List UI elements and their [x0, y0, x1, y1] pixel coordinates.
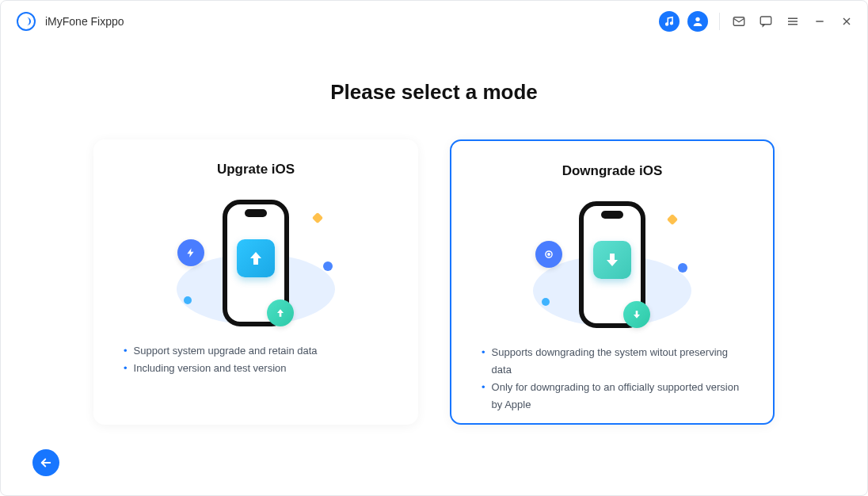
mode-cards: Upgrate iOS Support system upgrade and r… [1, 139, 867, 425]
target-icon [535, 241, 562, 268]
arrow-left-icon [39, 456, 53, 470]
sparkle-icon [312, 212, 323, 223]
bolt-icon [177, 239, 204, 266]
svg-point-0 [666, 23, 668, 25]
dot-icon [323, 261, 333, 271]
dot-icon [678, 263, 687, 273]
arrow-down-circle-icon [623, 301, 650, 328]
back-button[interactable] [32, 449, 59, 476]
bullet-item: Only for downgrading to an officially su… [482, 379, 743, 414]
titlebar: iMyFone Fixppo [1, 1, 867, 42]
svg-point-12 [548, 254, 550, 255]
bullet-item: Support system upgrade and retain data [124, 342, 388, 360]
minimize-icon[interactable] [812, 13, 828, 29]
phone-icon [579, 201, 645, 328]
menu-icon[interactable] [785, 13, 801, 29]
bullet-item: Supports downgrading the system witout p… [482, 344, 743, 379]
mail-icon[interactable] [731, 13, 747, 29]
title-right [659, 11, 855, 32]
dot-icon [542, 298, 550, 306]
downgrade-bullets: Supports downgrading the system witout p… [475, 344, 749, 414]
upgrade-bullets: Support system upgrade and retain data I… [117, 342, 394, 377]
upgrade-illustration [117, 192, 394, 334]
downgrade-illustration [475, 193, 749, 336]
close-icon[interactable] [839, 13, 855, 29]
app-title: iMyFone Fixppo [45, 15, 124, 28]
feedback-icon[interactable] [758, 13, 774, 29]
page-heading: Please select a mode [1, 80, 867, 105]
header-divider [719, 13, 720, 30]
arrow-up-tile-icon [237, 239, 275, 277]
app-logo-icon [17, 12, 36, 31]
sparkle-icon [667, 214, 678, 225]
music-icon[interactable] [659, 11, 680, 32]
user-icon[interactable] [687, 11, 708, 32]
downgrade-card[interactable]: Downgrade iOS Supports downgrading the s… [450, 139, 775, 425]
upgrade-card[interactable]: Upgrate iOS Support system upgrade and r… [93, 139, 418, 425]
dot-icon [184, 296, 192, 304]
arrow-up-circle-icon [267, 300, 294, 326]
svg-point-2 [695, 17, 699, 21]
arrow-down-tile-icon [593, 241, 631, 279]
phone-icon [223, 200, 289, 326]
upgrade-card-title: Upgrate iOS [117, 162, 394, 177]
downgrade-card-title: Downgrade iOS [475, 163, 749, 179]
svg-point-1 [670, 22, 672, 25]
header-icons [659, 11, 708, 32]
bullet-item: Including version and test version [124, 360, 388, 377]
title-left: iMyFone Fixppo [17, 12, 124, 31]
svg-rect-4 [760, 17, 771, 25]
